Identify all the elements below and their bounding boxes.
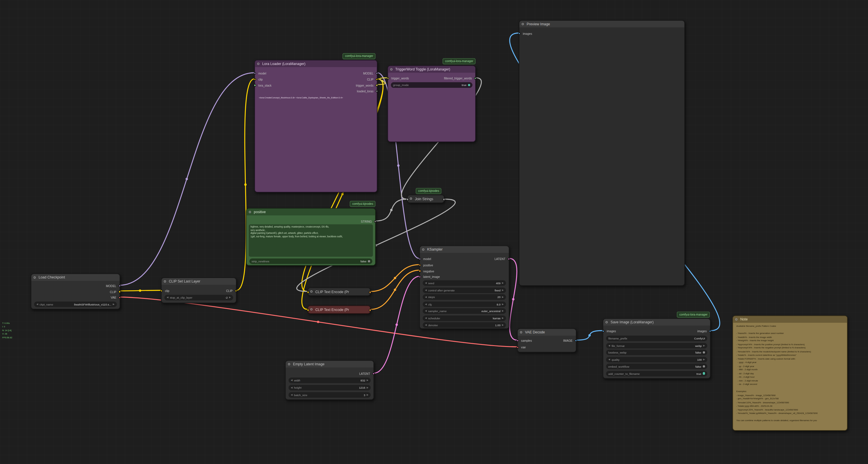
combo-left-arrow-icon[interactable]: ◀ — [425, 308, 427, 314]
slot-dot-icon[interactable] — [119, 285, 121, 287]
lora-syntax-text[interactable]: <lora:CreateConcept_Illustrious:0.8> <lo… — [259, 96, 373, 99]
widget-file-format[interactable]: ◀file_formatwebp▶ — [606, 343, 707, 348]
collapse-dot-icon[interactable] — [422, 248, 424, 251]
widget-control-after-generate[interactable]: ◀control after generatefixed▶ — [423, 287, 506, 293]
link-midpoint-dot[interactable] — [394, 277, 396, 279]
toggle-dot-icon[interactable] — [703, 365, 705, 368]
collapsed-output-dot-icon[interactable] — [443, 198, 445, 201]
slot-dot-icon[interactable] — [507, 258, 510, 260]
toggle-dot-icon[interactable] — [703, 372, 705, 375]
collapse-dot-icon[interactable] — [34, 276, 36, 279]
slot-dot-icon[interactable] — [602, 330, 604, 332]
node-title-bar[interactable]: Join Strings — [408, 195, 444, 203]
node-title-bar[interactable]: KSampler — [420, 246, 508, 253]
node-clip-text-encode-negative[interactable]: CLIP Text Encode (Pr — [308, 306, 371, 314]
node-title-bar[interactable]: VAE Decode — [518, 329, 576, 336]
widget-filename-prefix[interactable]: filename_prefixComfyUI — [606, 336, 707, 341]
input-slot-samples[interactable]: samples — [518, 338, 532, 343]
link-midpoint-dot[interactable] — [139, 289, 141, 292]
stepper-right-arrow-icon[interactable]: ▶ — [367, 378, 368, 383]
output-slot-image[interactable]: IMAGE — [563, 338, 576, 343]
slot-dot-icon[interactable] — [516, 346, 519, 349]
slot-dot-icon[interactable] — [709, 330, 711, 332]
collapse-dot-icon[interactable] — [390, 68, 393, 70]
widget-cfg[interactable]: ◀cfg8.0▶ — [423, 301, 506, 307]
collapse-dot-icon[interactable] — [410, 197, 412, 200]
node-load-checkpoint[interactable]: Load Checkpoint MODEL CLIP VAE ◀ ckpt_na… — [31, 273, 120, 309]
widget-lossless-webp[interactable]: lossless_webpfalse — [606, 349, 707, 355]
input-slot-images[interactable]: images — [603, 329, 616, 334]
widget-scheduler[interactable]: ◀schedulerkarras▶ — [423, 315, 506, 321]
widget-seed[interactable]: ◀seed409▶ — [423, 280, 506, 286]
link-midpoint-dot[interactable] — [397, 165, 399, 167]
widget-group-mode[interactable]: group_mode true — [391, 82, 472, 88]
node-title-bar[interactable]: Preview Image — [520, 21, 685, 27]
link-midpoint-dot[interactable] — [317, 321, 319, 323]
stepper-right-arrow-icon[interactable]: ▶ — [502, 280, 504, 286]
stepper-left-arrow-icon[interactable]: ◀ — [425, 294, 427, 300]
output-slot-filtered-trigger-words[interactable]: filtered_trigger_words — [444, 76, 475, 81]
node-title-bar[interactable]: CLIP Text Encode (Pr — [308, 288, 370, 296]
node-title-bar[interactable]: CLIP Text Encode (Pr — [308, 306, 370, 314]
stepper-left-arrow-icon[interactable]: ◀ — [291, 378, 292, 383]
collapse-dot-icon[interactable] — [520, 331, 522, 334]
widget-width[interactable]: ◀width832▶ — [288, 378, 371, 383]
input-slot-model[interactable]: model — [255, 71, 266, 76]
link-midpoint-dot[interactable] — [512, 298, 514, 300]
widget-height[interactable]: ◀height1216▶ — [288, 385, 371, 390]
combo-right-arrow-icon[interactable]: ▶ — [113, 301, 115, 307]
slot-dot-icon[interactable] — [375, 72, 378, 75]
combo-right-arrow-icon[interactable]: ▶ — [502, 287, 504, 293]
node-clip-set-last-layer[interactable]: CLIP Set Last Layer clip CLIP ◀ stop_at_… — [161, 278, 237, 303]
widget-quality[interactable]: ◀quality100▶ — [606, 357, 707, 362]
slot-dot-icon[interactable] — [254, 78, 256, 81]
output-slot-model[interactable]: MODEL — [106, 284, 120, 288]
stepper-right-arrow-icon[interactable]: ▶ — [502, 322, 504, 328]
node-save-image[interactable]: Save Image (LoraManager) images images f… — [602, 318, 710, 379]
link-midpoint-dot[interactable] — [341, 193, 344, 195]
node-title-bar[interactable]: Note — [733, 316, 847, 323]
stepper-left-arrow-icon[interactable]: ◀ — [425, 322, 427, 328]
widget-strip-newlines[interactable]: strip_newlines false — [249, 258, 372, 264]
slot-dot-icon[interactable] — [119, 296, 121, 299]
combo-left-arrow-icon[interactable]: ◀ — [609, 343, 610, 348]
combo-left-arrow-icon[interactable]: ◀ — [425, 287, 427, 293]
slot-dot-icon[interactable] — [374, 220, 376, 223]
slot-dot-icon[interactable] — [254, 84, 256, 87]
slot-dot-icon[interactable] — [387, 77, 389, 80]
prompt-textarea[interactable]: highres, very detailed, amazing quality,… — [249, 224, 373, 257]
slot-dot-icon[interactable] — [418, 276, 421, 278]
node-title-bar[interactable]: Load Checkpoint — [31, 274, 120, 281]
input-slot-clip[interactable]: clip — [255, 77, 263, 82]
link-midpoint-dot[interactable] — [381, 80, 383, 82]
link-midpoint-dot[interactable] — [394, 289, 396, 291]
combo-right-arrow-icon[interactable]: ▶ — [502, 308, 504, 314]
node-title-bar[interactable]: TriggerWord Toggle (LoraManager) — [388, 66, 475, 72]
collapse-dot-icon[interactable] — [164, 280, 166, 283]
slot-dot-icon[interactable] — [518, 32, 521, 35]
collapsed-input-dot-icon[interactable] — [307, 309, 309, 311]
node-positive-prompt[interactable]: positive STRING highres, very detailed, … — [246, 208, 376, 265]
collapse-dot-icon[interactable] — [257, 62, 259, 65]
input-slot-lora-stack[interactable]: lora_stack — [255, 83, 272, 88]
collapse-dot-icon[interactable] — [288, 363, 290, 365]
collapse-dot-icon[interactable] — [310, 290, 312, 293]
node-lora-loader[interactable]: Lora Loader (LoraManager) model clip lor… — [254, 60, 377, 193]
output-slot-latent[interactable]: LATENT — [495, 257, 509, 261]
stepper-left-arrow-icon[interactable]: ◀ — [609, 357, 610, 362]
slot-dot-icon[interactable] — [516, 340, 519, 342]
widget-steps[interactable]: ◀steps20▶ — [423, 294, 506, 300]
input-slot-trigger-words[interactable]: trigger_words — [388, 76, 409, 81]
node-title-bar[interactable]: Lora Loader (LoraManager) — [255, 60, 377, 67]
stepper-left-arrow-icon[interactable]: ◀ — [166, 295, 168, 300]
slot-dot-icon[interactable] — [375, 78, 378, 81]
input-slot-latent-image[interactable]: latent_image — [420, 275, 440, 279]
node-vae-decode[interactable]: VAE Decode samples vae IMAGE — [517, 328, 577, 352]
node-empty-latent-image[interactable]: Empty Latent Image LATENT ◀width832▶ ◀he… — [285, 360, 374, 400]
output-slot-string[interactable]: STRING — [361, 219, 375, 224]
widget-ckpt-name[interactable]: ◀ ckpt_name ilwaiNSFWIllustrious_v110.s.… — [34, 301, 117, 307]
stepper-right-arrow-icon[interactable]: ▶ — [229, 295, 231, 300]
slot-dot-icon[interactable] — [372, 372, 375, 375]
stepper-right-arrow-icon[interactable]: ▶ — [502, 301, 504, 307]
combo-left-arrow-icon[interactable]: ◀ — [36, 301, 38, 307]
